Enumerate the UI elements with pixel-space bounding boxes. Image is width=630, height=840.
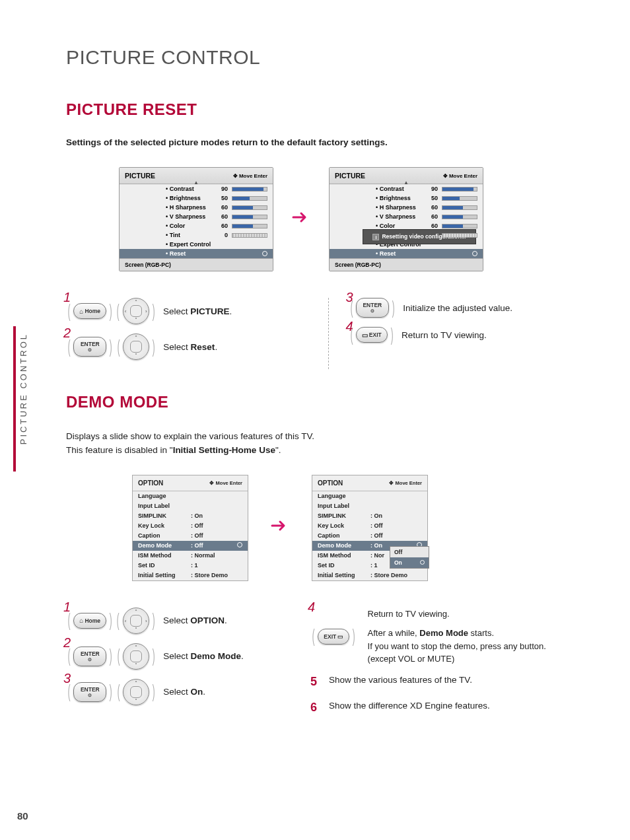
osd2-title: OPTION <box>138 479 163 487</box>
step-number: 5 <box>310 675 322 689</box>
remote-button[interactable]: ENTER⊙ <box>73 682 106 702</box>
btn-label: EXIT <box>324 633 336 640</box>
step-text: Select OPTION. <box>163 615 227 625</box>
step-number: 1 <box>63 600 71 615</box>
step-number: 3 <box>63 671 71 686</box>
step: 3(ENTER⊙)(˄˅‹›)Select On. <box>66 679 291 705</box>
info-icon: i <box>372 234 379 240</box>
osd-row: • Tint0 <box>120 230 273 240</box>
demo-desc-2: This feature is disabled in "Initial Set… <box>66 444 590 458</box>
step-number: 4 <box>308 600 315 615</box>
step: 2(ENTER⊙)(˄˅‹›)Select Demo Mode. <box>66 643 291 670</box>
paren-icon: ( <box>312 631 315 642</box>
osd2-row: Input Label <box>312 501 427 511</box>
step: 1(⌂Home)(˄˅‹›)Select OPTION. <box>66 608 291 634</box>
osd-row: • Contrast90 <box>330 184 483 193</box>
scroll-up-icon: ▲ <box>403 180 409 186</box>
osd-body: ▲ iResetting video configuration... • Co… <box>330 184 483 258</box>
step-text: Select PICTURE. <box>163 306 232 316</box>
step-text: Select On. <box>163 687 205 697</box>
osd-picture-after: PICTURE ✥ Move Enter ▲ iResetting video … <box>329 167 483 271</box>
osd-row-demo: OPTION✥ Move Enter LanguageInput LabelSI… <box>132 475 590 581</box>
osd2-hint: ✥ Move Enter <box>389 480 422 486</box>
remote-button[interactable]: ⌂Home <box>73 613 106 629</box>
osd-row: • H Sharpness60 <box>120 203 273 212</box>
osd2-row: Key Lock: Off <box>133 521 248 531</box>
osd-footer: Screen (RGB-PC) <box>120 258 273 271</box>
exit-icon: ▭ <box>337 633 343 640</box>
step: 2(ENTER⊙)(˄˅‹›)Select Reset. <box>66 333 308 360</box>
t: Move Enter <box>216 480 242 486</box>
submenu-item: On <box>390 557 429 568</box>
t: starts. <box>468 628 494 638</box>
step-number: 4 <box>346 319 353 334</box>
dpad-icon[interactable]: ˄˅‹› <box>123 333 149 360</box>
t: Move Enter <box>396 480 422 486</box>
page-number: 80 <box>17 810 28 822</box>
btn-icon: ⌂ <box>79 617 83 624</box>
paren-icon: ) <box>353 631 355 642</box>
step-6: 6 Show the difference XD Engine features… <box>310 701 590 715</box>
dpad-icon[interactable]: ˄˅‹› <box>123 608 149 634</box>
step-4: 4 ( EXIT▭ ) Return to TV viewing. After … <box>310 608 590 666</box>
btn-icon: ⌂ <box>79 308 83 315</box>
osd-row: • H Sharpness60 <box>330 203 483 212</box>
osd2-row: Set ID: 1 <box>133 561 248 571</box>
osd2-body: LanguageInput LabelSIMPLINK: OnKey Lock:… <box>133 491 248 580</box>
osd-row: • Reset <box>120 249 273 258</box>
step-number: 3 <box>346 290 353 305</box>
section1-desc: Settings of the selected picture modes r… <box>66 137 590 147</box>
step-5: 5 Show the various features of the TV. <box>310 675 590 689</box>
demo-submenu: OffOn <box>390 546 429 569</box>
dpad-icon[interactable]: ˄˅‹› <box>123 679 149 705</box>
submenu-item: Off <box>390 547 429 557</box>
t: After a while, <box>368 628 420 638</box>
step-text: Select Demo Mode. <box>163 651 244 661</box>
step-text: Initialize the adjusted value. <box>403 303 512 313</box>
osd-hint-text: Move Enter <box>449 173 477 179</box>
step4-line3: If you want to stop the demo, press any … <box>368 640 546 653</box>
osd2-row: ISM Method: Normal <box>133 551 248 561</box>
osd-picture-before: PICTURE ✥ Move Enter ▲ • Contrast90• Bri… <box>119 167 273 271</box>
osd-row: • Color60 <box>120 221 273 230</box>
osd2-row: Caption: Off <box>312 531 427 541</box>
steps-grid-reset: 1(⌂Home)(˄˅‹›)Select PICTURE.2(ENTER⊙)(˄… <box>66 298 590 369</box>
remote-button[interactable]: ENTER⊙ <box>73 337 106 357</box>
dpad-icon[interactable]: ˄˅‹› <box>123 298 149 324</box>
scroll-up-icon: ▲ <box>193 180 199 186</box>
osd2-row: Caption: Off <box>133 531 248 541</box>
section-title-reset: PICTURE RESET <box>66 100 590 119</box>
osd-row: • Contrast90 <box>120 184 273 193</box>
osd2-row: Input Label <box>133 501 248 511</box>
osd2-title: OPTION <box>318 479 343 487</box>
step5-text: Show the various features of the TV. <box>329 675 472 685</box>
demo-desc-1: Displays a slide show to explain the var… <box>66 430 590 444</box>
osd-footer: Screen (RGB-PC) <box>330 258 483 271</box>
remote-button[interactable]: ⌂Home <box>73 303 106 319</box>
step-number: 6 <box>310 701 322 715</box>
osd-hint-text: Move Enter <box>239 173 267 179</box>
step: 3(ENTER⊙)Initialize the adjusted value. <box>349 298 591 318</box>
osd-title: PICTURE <box>125 172 155 180</box>
t: ". <box>275 445 281 455</box>
osd2-row: Initial Setting: Store Demo <box>133 571 248 580</box>
section-title-demo: DEMO MODE <box>66 393 590 411</box>
remote-button[interactable]: ENTER⊙ <box>73 647 106 666</box>
osd-hint: ✥ Move Enter <box>443 173 477 179</box>
step: 4(▭EXIT)Return to TV viewing. <box>349 327 591 343</box>
remote-button[interactable]: ENTER⊙ <box>356 298 389 318</box>
osd2-row: SIMPLINK: On <box>312 511 427 521</box>
exit-button[interactable]: EXIT▭ <box>318 629 349 645</box>
dpad-icon[interactable]: ˄˅‹› <box>123 643 149 670</box>
t-bold: Demo Mode <box>419 628 468 638</box>
step-number: 2 <box>63 326 71 341</box>
remote-button[interactable]: ▭EXIT <box>356 327 388 343</box>
osd-hint: ✥ Move Enter <box>233 173 267 179</box>
step4-line2: After a while, Demo Mode starts. <box>368 627 546 640</box>
osd-body: ▲ • Contrast90• Brightness50• H Sharpnes… <box>120 184 273 258</box>
btn-icon: ▭ <box>362 332 368 339</box>
step: 1(⌂Home)(˄˅‹›)Select PICTURE. <box>66 298 308 324</box>
osd-row: • Brightness50 <box>330 193 483 203</box>
osd2-row: Language <box>133 491 248 501</box>
osd-row: • V Sharpness60 <box>330 212 483 221</box>
